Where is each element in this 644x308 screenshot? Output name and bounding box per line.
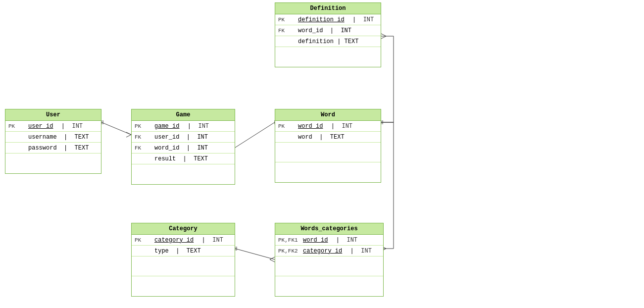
definition-table-header: Definition <box>275 3 381 14</box>
table-row: PK,FK2 category_id | INT <box>275 246 383 257</box>
field-name: definition_id | INT <box>298 16 374 23</box>
svg-line-22 <box>235 249 275 259</box>
table-row <box>275 162 381 182</box>
table-row <box>275 47 381 67</box>
diagram: Definition PK definition_id | INT FK wor… <box>0 0 644 308</box>
field-name: word_id | INT <box>154 145 208 152</box>
word-table-header: Word <box>275 109 381 121</box>
field-name: user_id | INT <box>154 134 208 141</box>
svg-line-25 <box>270 257 275 259</box>
table-row <box>132 276 235 296</box>
svg-line-13 <box>381 34 386 36</box>
key-label: PK <box>278 17 298 23</box>
field-name: word | TEXT <box>298 134 345 141</box>
category-table: Category PK category_id | INT type | TEX… <box>131 223 235 297</box>
game-table-header: Game <box>132 109 235 121</box>
words-categories-table: Words_categories PK,FK1 word_id | INT PK… <box>275 223 384 297</box>
field-name: result | TEXT <box>154 155 208 162</box>
key-label: PK,FK2 <box>278 248 303 254</box>
field-name: word_id | INT <box>303 237 357 244</box>
key-label: PK <box>8 123 28 129</box>
key-label: PK <box>278 123 298 129</box>
svg-line-14 <box>381 36 386 39</box>
word-table: Word PK word_id | INT word | TEXT <box>275 109 381 183</box>
words-categories-table-header: Words_categories <box>275 223 383 235</box>
user-table-header: User <box>5 109 101 121</box>
key-label: FK <box>135 134 154 140</box>
table-row: result | TEXT <box>132 154 235 164</box>
field-name: word_id | INT <box>298 123 352 130</box>
field-name: game_id | INT <box>154 123 209 130</box>
definition-table: Definition PK definition_id | INT FK wor… <box>275 2 381 67</box>
user-table: User PK user_id | INT username | TEXT pa… <box>5 109 101 174</box>
field-name: username | TEXT <box>28 134 89 141</box>
table-row: username | TEXT <box>5 132 101 143</box>
table-row: PK user_id | INT <box>5 121 101 132</box>
table-row: PK game_id | INT <box>132 121 235 132</box>
key-label: PK <box>135 123 154 129</box>
field-name: password | TEXT <box>28 145 89 152</box>
svg-line-1 <box>126 132 131 135</box>
svg-line-2 <box>126 135 131 137</box>
table-row: FK word_id | INT <box>275 25 381 36</box>
key-label: PK,FK1 <box>278 237 303 243</box>
field-name: category_id | INT <box>154 237 223 244</box>
field-name: user_id | INT <box>28 123 83 130</box>
table-row: type | TEXT <box>132 246 235 257</box>
table-row: word | TEXT <box>275 132 381 143</box>
key-label: PK <box>135 237 154 243</box>
field-name: word_id | INT <box>298 27 351 34</box>
table-row: PK definition_id | INT <box>275 14 381 25</box>
table-row: FK word_id | INT <box>132 143 235 154</box>
category-table-header: Category <box>132 223 235 235</box>
table-row <box>275 143 381 162</box>
field-name: category_id | INT <box>303 248 372 255</box>
key-label: FK <box>135 145 154 151</box>
table-row <box>132 257 235 276</box>
table-row: PK,FK1 word_id | INT <box>275 235 383 246</box>
table-row: definition | TEXT <box>275 36 381 47</box>
table-row <box>5 154 101 173</box>
field-name: type | TEXT <box>154 248 201 255</box>
table-row: FK user_id | INT <box>132 132 235 143</box>
table-row: PK category_id | INT <box>132 235 235 246</box>
table-row <box>132 164 235 184</box>
svg-line-0 <box>101 122 131 135</box>
game-table: Game PK game_id | INT FK user_id | INT F… <box>131 109 235 185</box>
key-label: FK <box>278 28 298 34</box>
svg-line-5 <box>235 122 275 148</box>
table-row <box>275 257 383 276</box>
table-row: PK word_id | INT <box>275 121 381 132</box>
table-row <box>275 276 383 296</box>
table-row: password | TEXT <box>5 143 101 154</box>
svg-line-26 <box>270 259 275 262</box>
field-name: definition | TEXT <box>298 38 358 45</box>
